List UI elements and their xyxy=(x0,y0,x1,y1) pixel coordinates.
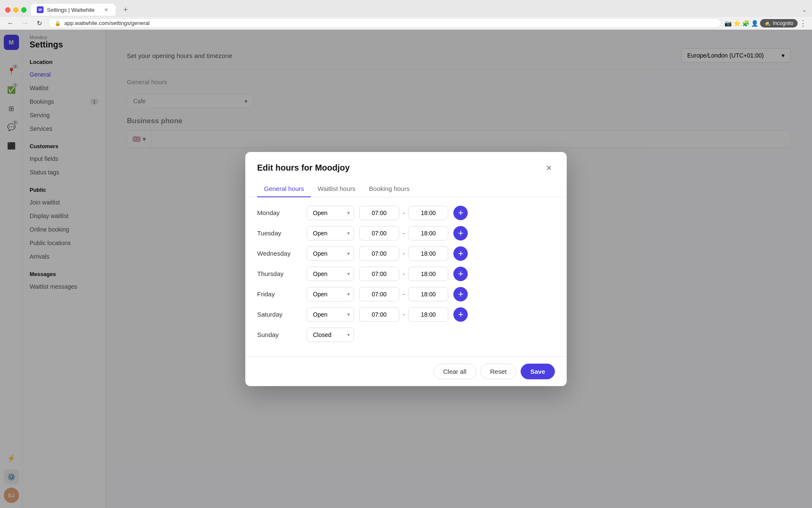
time-to-wednesday[interactable] xyxy=(408,246,448,261)
tab-title: Settings | Waitwhile xyxy=(47,7,95,13)
day-status-wednesday: Open Closed ▾ xyxy=(307,246,354,261)
add-time-thursday[interactable]: + xyxy=(453,267,468,281)
back-button[interactable]: ← xyxy=(5,18,16,29)
day-row-tuesday: Tuesday Open Closed ▾ - + xyxy=(257,226,555,240)
tab-close-button[interactable]: × xyxy=(103,6,110,13)
browser-tab[interactable]: W Settings | Waitwhile × xyxy=(31,4,115,16)
day-status-tuesday: Open Closed ▾ xyxy=(307,226,354,240)
incognito-button[interactable]: 🕵️ Incognito xyxy=(760,19,798,28)
modal-overlay[interactable]: Edit hours for Moodjoy × General hours W… xyxy=(0,30,812,508)
forward-button[interactable]: → xyxy=(19,18,30,29)
time-range-monday: - xyxy=(359,206,448,220)
time-from-tuesday[interactable] xyxy=(359,226,399,240)
save-button[interactable]: Save xyxy=(521,364,555,379)
close-dot[interactable] xyxy=(5,7,11,13)
tab-favicon: W xyxy=(37,6,44,13)
profile-icon[interactable]: 👤 xyxy=(751,20,758,27)
address-text: app.waitwhile.com/settings/general xyxy=(64,20,150,26)
time-to-thursday[interactable] xyxy=(408,267,448,281)
extensions-area: 📷 ⭐ 🧩 👤 🕵️ Incognito ⋮ xyxy=(724,19,807,28)
menu-button[interactable]: ⋮ xyxy=(799,19,807,28)
day-row-wednesday: Wednesday Open Closed ▾ - + xyxy=(257,246,555,261)
day-label-wednesday: Wednesday xyxy=(257,250,302,257)
day-label-sunday: Sunday xyxy=(257,331,302,338)
day-row-monday: Monday Open Closed ▾ - + xyxy=(257,206,555,220)
time-to-friday[interactable] xyxy=(408,287,448,301)
day-row-thursday: Thursday Open Closed ▾ - + xyxy=(257,267,555,281)
day-status-saturday: Open Closed ▾ xyxy=(307,307,354,322)
modal-footer: Clear all Reset Save xyxy=(245,356,567,386)
add-time-wednesday[interactable]: + xyxy=(453,246,468,261)
tab-waitlist-hours[interactable]: Waitlist hours xyxy=(311,181,362,197)
modal-body: Monday Open Closed ▾ - + Tuesday xyxy=(245,197,567,356)
modal-close-button[interactable]: × xyxy=(543,162,555,174)
time-separator-saturday: - xyxy=(403,311,405,318)
minimize-dot[interactable] xyxy=(13,7,19,13)
address-bar[interactable]: 🔒 app.waitwhile.com/settings/general xyxy=(48,18,721,28)
day-status-monday: Open Closed ▾ xyxy=(307,206,354,220)
camera-off-icon: 📷 xyxy=(724,20,732,27)
day-label-saturday: Saturday xyxy=(257,311,302,318)
add-time-saturday[interactable]: + xyxy=(453,307,468,322)
new-tab-button[interactable]: + xyxy=(120,4,132,16)
reset-button[interactable]: Reset xyxy=(480,364,516,379)
day-label-tuesday: Tuesday xyxy=(257,229,302,237)
tab-booking-hours[interactable]: Booking hours xyxy=(362,181,417,197)
time-to-saturday[interactable] xyxy=(408,307,448,322)
lock-icon: 🔒 xyxy=(55,20,61,26)
add-time-monday[interactable]: + xyxy=(453,206,468,220)
time-from-thursday[interactable] xyxy=(359,267,399,281)
day-status-select-saturday[interactable]: Open Closed xyxy=(307,307,354,322)
day-status-thursday: Open Closed ▾ xyxy=(307,267,354,281)
day-row-sunday: Sunday Open Closed ▾ xyxy=(257,328,555,342)
time-to-monday[interactable] xyxy=(408,206,448,220)
maximize-dot[interactable] xyxy=(21,7,27,13)
window-controls xyxy=(5,7,27,13)
extension-icon[interactable]: 🧩 xyxy=(742,20,749,27)
collapse-button[interactable]: ⌄ xyxy=(802,6,807,13)
time-separator-thursday: - xyxy=(403,270,405,278)
reload-button[interactable]: ↻ xyxy=(34,18,45,29)
day-label-friday: Friday xyxy=(257,290,302,298)
time-from-friday[interactable] xyxy=(359,287,399,301)
day-status-select-friday[interactable]: Open Closed xyxy=(307,287,354,301)
day-status-select-sunday[interactable]: Open Closed xyxy=(307,328,354,342)
time-separator-tuesday: - xyxy=(403,229,405,237)
day-status-select-monday[interactable]: Open Closed xyxy=(307,206,354,220)
modal: Edit hours for Moodjoy × General hours W… xyxy=(245,152,567,386)
time-separator-monday: - xyxy=(403,209,405,217)
star-icon[interactable]: ⭐ xyxy=(733,20,741,27)
time-range-wednesday: - xyxy=(359,246,448,261)
modal-header: Edit hours for Moodjoy × xyxy=(245,152,567,174)
modal-title: Edit hours for Moodjoy xyxy=(257,163,350,173)
time-separator-wednesday: - xyxy=(403,250,405,257)
day-status-select-thursday[interactable]: Open Closed xyxy=(307,267,354,281)
day-row-saturday: Saturday Open Closed ▾ - + xyxy=(257,307,555,322)
add-time-tuesday[interactable]: + xyxy=(453,226,468,240)
time-from-saturday[interactable] xyxy=(359,307,399,322)
day-label-monday: Monday xyxy=(257,209,302,216)
time-range-saturday: - xyxy=(359,307,448,322)
day-label-thursday: Thursday xyxy=(257,270,302,277)
time-range-thursday: - xyxy=(359,267,448,281)
day-status-sunday: Open Closed ▾ xyxy=(307,328,354,342)
time-range-friday: - xyxy=(359,287,448,301)
add-time-friday[interactable]: + xyxy=(453,287,468,301)
time-to-tuesday[interactable] xyxy=(408,226,448,240)
incognito-label: Incognito xyxy=(773,20,793,26)
clear-all-button[interactable]: Clear all xyxy=(433,364,476,379)
day-row-friday: Friday Open Closed ▾ - + xyxy=(257,287,555,301)
day-status-friday: Open Closed ▾ xyxy=(307,287,354,301)
incognito-icon: 🕵️ xyxy=(764,20,771,26)
time-from-wednesday[interactable] xyxy=(359,246,399,261)
day-status-select-tuesday[interactable]: Open Closed xyxy=(307,226,354,240)
time-from-monday[interactable] xyxy=(359,206,399,220)
tab-general-hours[interactable]: General hours xyxy=(257,181,311,197)
modal-tabs: General hours Waitlist hours Booking hou… xyxy=(245,181,567,197)
day-status-select-wednesday[interactable]: Open Closed xyxy=(307,246,354,261)
browser-chrome: W Settings | Waitwhile × + ⌄ ← → ↻ 🔒 app… xyxy=(0,0,812,30)
time-range-tuesday: - xyxy=(359,226,448,240)
time-separator-friday: - xyxy=(403,290,405,298)
